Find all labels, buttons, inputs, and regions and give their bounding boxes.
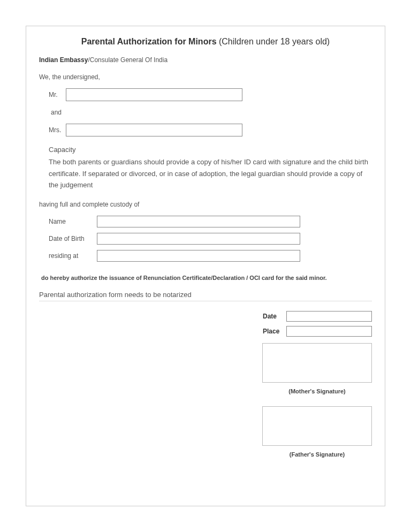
parents-block: Mr. and Mrs. Capacity The both parents o… <box>49 88 372 191</box>
divider <box>39 301 372 301</box>
date-row: Date <box>263 311 372 322</box>
child-name-label: Name <box>49 218 97 225</box>
child-dob-label: Date of Birth <box>49 235 97 242</box>
place-row: Place <box>263 326 372 337</box>
form-container: Parental Authorization for Minors (Child… <box>26 26 385 506</box>
child-dob-row: Date of Birth <box>49 233 372 245</box>
embassy-bold: Indian Embassy <box>39 56 88 64</box>
and-label: and <box>51 109 372 116</box>
embassy-line: Indian Embassy/Consulate General Of Indi… <box>39 56 372 64</box>
capacity-text: The both parents or guardians should pro… <box>49 158 368 189</box>
child-name-input[interactable] <box>97 216 300 227</box>
mr-row: Mr. <box>49 88 372 101</box>
title-rest: (Children under 18 years old) <box>217 37 330 46</box>
capacity-label: Capacity <box>49 144 372 155</box>
child-block: Name Date of Birth residing at <box>49 216 372 262</box>
child-residing-row: residing at <box>49 250 372 262</box>
date-label: Date <box>263 313 286 320</box>
mother-signature-box[interactable] <box>262 343 372 383</box>
child-residing-input[interactable] <box>97 250 300 262</box>
form-title: Parental Authorization for Minors (Child… <box>39 37 372 47</box>
mr-label: Mr. <box>49 91 66 98</box>
signature-block: Date Place (Mother's Signature) (Father'… <box>39 311 372 467</box>
notarized-line: Parental authorization form needs to be … <box>39 291 372 299</box>
mrs-row: Mrs. <box>49 124 372 136</box>
mr-input[interactable] <box>66 88 242 101</box>
child-dob-input[interactable] <box>97 233 300 245</box>
capacity-block: Capacity The both parents or guardians s… <box>49 144 372 191</box>
custody-line: having full and complete custody of <box>39 201 372 208</box>
father-signature-box[interactable] <box>262 406 372 446</box>
embassy-rest: /Consulate General Of India <box>88 56 168 64</box>
undersigned-text: We, the undersigned, <box>39 73 372 81</box>
mrs-input[interactable] <box>66 124 242 136</box>
child-name-row: Name <box>49 216 372 227</box>
mrs-label: Mrs. <box>49 126 66 134</box>
mother-signature-caption: (Mother's Signature) <box>262 388 372 394</box>
child-residing-label: residing at <box>49 252 97 260</box>
authorize-line: do hereby authorize the issuance of Renu… <box>41 275 372 281</box>
title-bold: Parental Authorization for Minors <box>81 37 217 46</box>
date-input[interactable] <box>286 311 372 322</box>
place-input[interactable] <box>286 326 372 337</box>
father-signature-caption: (Father's Signature) <box>262 451 372 458</box>
place-label: Place <box>263 328 286 335</box>
